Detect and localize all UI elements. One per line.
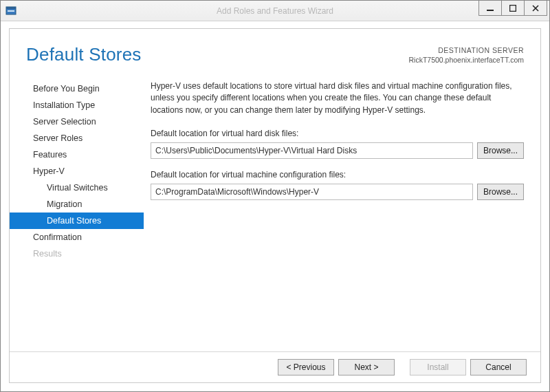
install-button: Install [410,359,466,375]
nav-installation-type[interactable]: Installation Type [10,97,144,113]
svg-rect-4 [510,5,516,11]
wizard-sidebar: Before You Begin Installation Type Serve… [10,76,144,351]
next-button[interactable]: Next > [338,359,395,375]
wizard-content: Before You Begin Installation Type Serve… [10,69,540,351]
wizard-panel: Default Stores DESTINATION SERVER RickT7… [9,28,541,383]
previous-button[interactable]: < Previous [278,359,334,375]
vhd-location-label: Default location for virtual hard disk f… [151,129,524,138]
window-body: Default Stores DESTINATION SERVER RickT7… [1,21,549,391]
config-location-label: Default location for virtual machine con… [151,170,524,179]
footer-spacer [399,359,406,375]
nav-virtual-switches[interactable]: Virtual Switches [10,179,144,196]
vhd-browse-button[interactable]: Browse... [477,142,524,159]
config-browse-button[interactable]: Browse... [477,184,524,200]
description-text: Hyper-V uses default locations to store … [151,80,524,116]
minimize-button[interactable] [478,1,502,16]
destination-label: DESTINATION SERVER [409,45,525,55]
cancel-button[interactable]: Cancel [470,359,527,375]
nav-results: Results [10,246,144,262]
maximize-button[interactable] [501,1,525,16]
titlebar: Add Roles and Features Wizard [1,1,549,21]
window-title: Add Roles and Features Wizard [217,6,333,16]
svg-rect-1 [6,7,16,9]
config-location-row: Browse... [151,184,524,200]
wizard-main: Hyper-V uses default locations to store … [144,76,540,351]
wizard-header: Default Stores DESTINATION SERVER RickT7… [10,29,540,69]
destination-info: DESTINATION SERVER RickT7500.phoenix.int… [409,44,525,65]
close-button[interactable] [524,1,547,16]
nav-server-roles[interactable]: Server Roles [10,130,144,146]
wizard-footer: < Previous Next > Install Cancel [10,351,540,382]
vhd-location-row: Browse... [151,142,524,159]
nav-confirmation[interactable]: Confirmation [10,229,144,246]
nav-features[interactable]: Features [10,146,144,163]
svg-rect-3 [487,10,494,11]
nav-server-selection[interactable]: Server Selection [10,113,144,130]
wizard-window: Add Roles and Features Wizard Default St… [0,0,550,392]
nav-migration[interactable]: Migration [10,196,144,213]
nav-default-stores[interactable]: Default Stores [10,213,144,229]
destination-server: RickT7500.phoenix.interfaceTT.com [409,55,525,65]
page-title: Default Stores [26,44,142,65]
window-controls [479,1,549,21]
nav-hyper-v[interactable]: Hyper-V [10,163,144,179]
vhd-location-input[interactable] [151,142,473,159]
config-location-input[interactable] [151,184,473,200]
app-icon [3,3,19,19]
nav-before-you-begin[interactable]: Before You Begin [10,80,144,97]
svg-rect-2 [8,10,14,12]
